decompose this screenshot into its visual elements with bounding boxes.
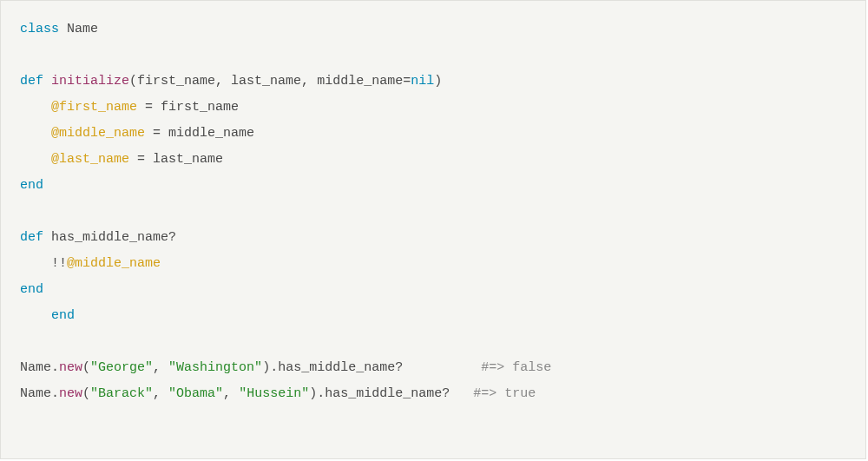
spacing	[403, 360, 481, 375]
code-line-blank	[20, 43, 846, 69]
instance-var: @last_name	[51, 152, 129, 167]
string-literal: "Hussein"	[239, 386, 309, 401]
identifier: middle_name	[168, 126, 254, 141]
param: middle_name	[317, 74, 403, 89]
string-literal: "Obama"	[168, 386, 223, 401]
method-call: new	[59, 386, 82, 401]
instance-var: @middle_name	[51, 126, 145, 141]
string-literal: "Barack"	[90, 386, 153, 401]
code-line-blank	[20, 199, 846, 225]
dot: .	[51, 360, 59, 375]
class-name: Name	[67, 22, 98, 36]
method-call: has_middle_name?	[325, 386, 450, 401]
comma: ,	[301, 74, 317, 89]
paren-open: (	[82, 360, 90, 375]
instance-var: @first_name	[51, 100, 137, 115]
paren-open: (	[129, 74, 137, 89]
instance-var: @middle_name	[67, 256, 161, 271]
code-line: end	[20, 303, 846, 329]
spacing	[450, 386, 473, 401]
comma: ,	[153, 360, 168, 375]
code-block[interactable]: class Name def initialize(first_name, la…	[0, 0, 866, 459]
code-line: def initialize(first_name, last_name, mi…	[20, 69, 846, 95]
keyword-def: def	[20, 74, 43, 89]
keyword-end: end	[20, 282, 43, 297]
dot: .	[51, 386, 59, 401]
method-name: has_middle_name?	[51, 230, 176, 245]
comment: #=> false	[481, 360, 551, 375]
equals: =	[403, 74, 411, 89]
class-ref: Name	[20, 386, 51, 401]
equals: =	[137, 100, 161, 115]
code-line: def has_middle_name?	[20, 225, 846, 251]
method-call: has_middle_name?	[278, 360, 403, 375]
code-content: class Name def initialize(first_name, la…	[1, 1, 865, 423]
param: first_name	[137, 74, 215, 89]
keyword-class: class	[20, 22, 59, 36]
code-line: class Name	[20, 16, 846, 43]
code-line: Name.new("George", "Washington").has_mid…	[20, 355, 846, 381]
code-line-blank	[20, 329, 846, 355]
string-literal: "George"	[90, 360, 153, 375]
string-literal: "Washington"	[168, 360, 262, 375]
identifier: first_name	[161, 100, 239, 115]
method-call: new	[59, 360, 82, 375]
equals: =	[129, 152, 153, 167]
nil-literal: nil	[411, 74, 434, 89]
paren-open: (	[82, 386, 90, 401]
double-bang: !!	[51, 256, 67, 271]
method-name: initialize	[51, 74, 129, 89]
comma: ,	[223, 386, 239, 401]
paren-close: )	[434, 74, 442, 89]
keyword-end: end	[51, 308, 75, 323]
keyword-def: def	[20, 230, 43, 245]
code-line: !!@middle_name	[20, 251, 846, 277]
identifier: last_name	[153, 152, 223, 167]
class-ref: Name	[20, 360, 51, 375]
paren-close-dot: ).	[262, 360, 278, 375]
code-line: Name.new("Barack", "Obama", "Hussein").h…	[20, 381, 846, 407]
code-line: end	[20, 173, 846, 199]
equals: =	[145, 126, 168, 141]
comma: ,	[215, 74, 231, 89]
code-line: @last_name = last_name	[20, 147, 846, 173]
code-line: end	[20, 277, 846, 303]
keyword-end: end	[20, 178, 43, 193]
comma: ,	[153, 386, 168, 401]
param: last_name	[231, 74, 301, 89]
code-line: @first_name = first_name	[20, 95, 846, 121]
comment: #=> true	[473, 386, 536, 401]
code-line: @middle_name = middle_name	[20, 121, 846, 147]
paren-close-dot: ).	[309, 386, 325, 401]
